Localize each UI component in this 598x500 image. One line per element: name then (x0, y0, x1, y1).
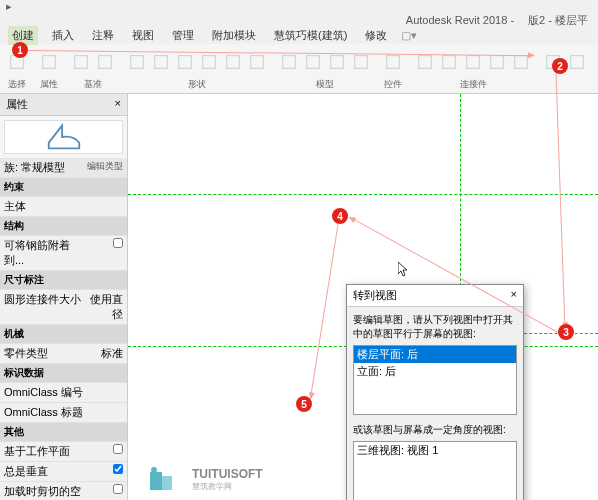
props-label: 零件类型 (4, 346, 83, 361)
svg-rect-17 (467, 56, 480, 69)
marker-3: 3 (558, 324, 574, 340)
props-row[interactable]: 零件类型标准 (0, 344, 127, 364)
svg-rect-16 (443, 56, 456, 69)
props-row[interactable]: OmniClass 编号 (0, 383, 127, 403)
svg-rect-25 (162, 476, 172, 490)
svg-rect-7 (203, 56, 216, 69)
svg-rect-19 (515, 56, 528, 69)
props-value[interactable] (83, 464, 123, 479)
ribbon-button[interactable] (438, 48, 460, 76)
dialog-close-icon[interactable]: × (511, 288, 517, 303)
props-label: 圆形连接件大小 (4, 292, 83, 322)
svg-rect-18 (491, 56, 504, 69)
family-preview (4, 120, 123, 154)
list-item[interactable]: 楼层平面: 后 (354, 346, 516, 363)
props-label: 基于工作平面 (4, 444, 83, 459)
svg-rect-2 (75, 56, 88, 69)
view-list-1[interactable]: 楼层平面: 后立面: 后 (353, 345, 517, 415)
props-value[interactable] (83, 199, 123, 214)
logo-text: TUITUISOFT (192, 467, 263, 481)
tab-modify[interactable]: 修改 (361, 26, 391, 45)
svg-rect-8 (227, 56, 240, 69)
ribbon-group: 基准 (70, 48, 116, 89)
title-bar: Autodesk Revit 2018 - 版2 - 楼层平 (0, 14, 598, 26)
ribbon-group-label: 选择 (8, 78, 26, 91)
props-value[interactable] (83, 385, 123, 400)
props-label: 总是垂直 (4, 464, 83, 479)
props-row[interactable]: 圆形连接件大小使用直径 (0, 290, 127, 325)
ribbon-button[interactable] (382, 48, 404, 76)
ribbon-button[interactable] (350, 48, 372, 76)
ribbon-group-label: 控件 (384, 78, 402, 91)
ribbon-button[interactable] (566, 48, 588, 76)
props-label: OmniClass 标题 (4, 405, 83, 420)
tab-insert[interactable]: 插入 (48, 26, 78, 45)
marker-5: 5 (296, 396, 312, 412)
props-row[interactable]: 基于工作平面 (0, 442, 127, 462)
props-row[interactable]: 可将钢筋附着到... (0, 236, 127, 271)
svg-rect-12 (331, 56, 344, 69)
dialog-title: 转到视图 (353, 288, 397, 303)
view-list-2[interactable]: 三维视图: 视图 1 (353, 441, 517, 500)
drawing-canvas[interactable]: 转到视图 × 要编辑草图，请从下列视图中打开其中的草图平行于屏幕的视图: 楼层平… (128, 94, 598, 500)
tab-view[interactable]: 视图 (128, 26, 158, 45)
props-group-header[interactable]: 结构 (0, 217, 127, 236)
svg-rect-5 (155, 56, 168, 69)
ribbon-button[interactable] (38, 48, 60, 76)
svg-rect-11 (307, 56, 320, 69)
props-label: OmniClass 编号 (4, 385, 83, 400)
properties-panel: 属性 × 族: 常规模型 编辑类型 约束主体结构可将钢筋附着到...尺寸标注圆形… (0, 94, 128, 500)
props-group-header[interactable]: 尺寸标注 (0, 271, 127, 290)
props-checkbox[interactable] (113, 464, 123, 474)
tab-huizhu[interactable]: 慧筑巧模(建筑) (270, 26, 351, 45)
props-row[interactable]: 主体 (0, 197, 127, 217)
svg-rect-6 (179, 56, 192, 69)
svg-rect-10 (283, 56, 296, 69)
svg-rect-21 (571, 56, 584, 69)
ribbon-button[interactable] (414, 48, 436, 76)
props-value[interactable] (83, 484, 123, 500)
ribbon-button[interactable] (462, 48, 484, 76)
props-group-header[interactable]: 其他 (0, 423, 127, 442)
props-row[interactable]: 总是垂直 (0, 462, 127, 482)
props-group-header[interactable]: 标识数据 (0, 364, 127, 383)
marker-4: 4 (332, 208, 348, 224)
tab-addins[interactable]: 附加模块 (208, 26, 260, 45)
ribbon-button[interactable] (486, 48, 508, 76)
list-item[interactable]: 三维视图: 视图 1 (354, 442, 516, 459)
menu-bar: 创建 插入 注释 视图 管理 附加模块 慧筑巧模(建筑) 修改 ▢▾ (0, 26, 598, 44)
ribbon-button[interactable] (94, 48, 116, 76)
menu-expand-icon[interactable]: ▢▾ (401, 29, 417, 42)
edit-type-button[interactable]: 编辑类型 (87, 160, 123, 175)
watermark-logo: TUITUISOFT 慧筑教学网 (146, 464, 263, 494)
props-checkbox[interactable] (113, 238, 123, 248)
dialog-msg2: 或该草图与屏幕成一定角度的视图: (353, 423, 517, 437)
tab-annotate[interactable]: 注释 (88, 26, 118, 45)
props-value[interactable]: 使用直径 (83, 292, 123, 322)
props-value[interactable] (83, 444, 123, 459)
props-value[interactable]: 标准 (83, 346, 123, 361)
props-title: 属性 (6, 97, 28, 112)
svg-rect-13 (355, 56, 368, 69)
qat-open-icon[interactable]: ▸ (6, 0, 20, 14)
close-icon[interactable]: × (115, 97, 121, 112)
props-checkbox[interactable] (113, 444, 123, 454)
list-item[interactable]: 立面: 后 (354, 363, 516, 380)
tab-manage[interactable]: 管理 (168, 26, 198, 45)
dialog-msg1: 要编辑草图，请从下列视图中打开其中的草图平行于屏幕的视图: (353, 313, 517, 341)
type-selector[interactable]: 族: 常规模型 (4, 160, 87, 175)
props-value[interactable] (83, 238, 123, 268)
cursor-icon (398, 262, 410, 278)
props-row[interactable]: 加载时剪切的空心 (0, 482, 127, 500)
ribbon-group-label: 属性 (40, 78, 58, 91)
app-title: Autodesk Revit 2018 - 版2 - 楼层平 (406, 13, 588, 28)
props-group-header[interactable]: 约束 (0, 178, 127, 197)
props-label: 可将钢筋附着到... (4, 238, 83, 268)
props-checkbox[interactable] (113, 484, 123, 494)
props-value[interactable] (83, 405, 123, 420)
props-row[interactable]: OmniClass 标题 (0, 403, 127, 423)
svg-point-26 (151, 467, 157, 473)
props-group-header[interactable]: 机械 (0, 325, 127, 344)
svg-rect-24 (150, 472, 162, 490)
ribbon-button[interactable] (70, 48, 92, 76)
